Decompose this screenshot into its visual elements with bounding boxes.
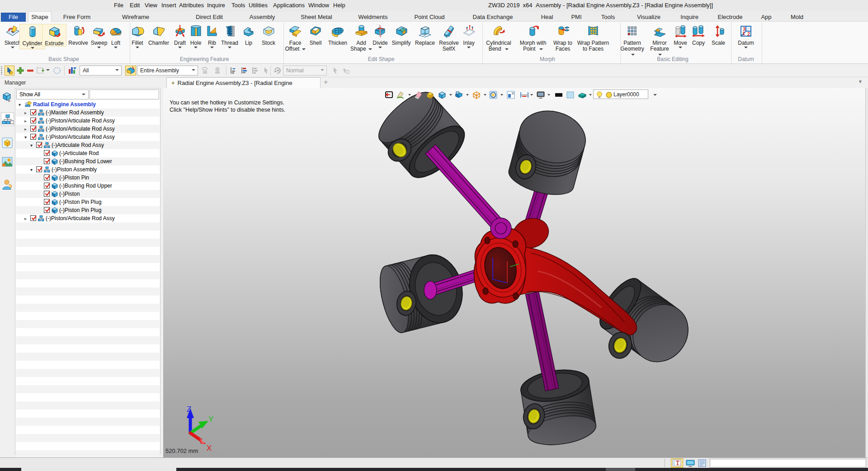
- svg-text:1: 1: [742, 31, 745, 36]
- svg-text:Y: Y: [208, 415, 213, 424]
- svg-text:Z: Z: [187, 405, 191, 414]
- svg-text:2: 2: [747, 31, 750, 37]
- svg-text:X: X: [207, 444, 212, 452]
